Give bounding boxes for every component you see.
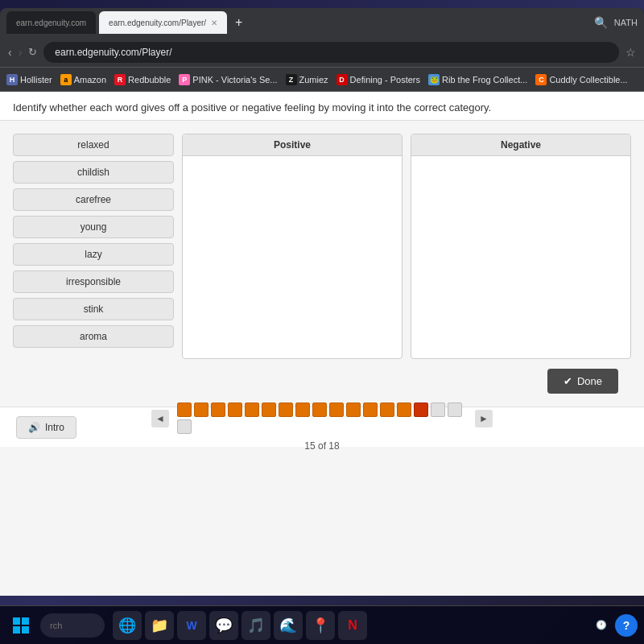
hollister-icon: H	[6, 74, 18, 85]
negative-drop-area[interactable]	[411, 156, 630, 358]
taskbar-apps: 🌐 📁 W 💬 🎵 🌊 📍 N	[113, 611, 367, 640]
url-input[interactable]	[43, 42, 619, 63]
tab-close-icon[interactable]: ✕	[211, 19, 217, 27]
progress-dot-18[interactable]	[177, 419, 192, 434]
taskbar-tray: 🕐	[596, 620, 607, 630]
done-button[interactable]: ✔ Done	[547, 369, 618, 394]
bookmark-zumiez-label: Zumiez	[299, 75, 328, 85]
browser-window: earn.edgenuity.com earn.edgenuity.com/Pl…	[0, 8, 644, 596]
word-relaxed[interactable]: relaxed	[13, 134, 174, 156]
clock-icon: 🕐	[596, 620, 607, 630]
word-aroma[interactable]: aroma	[13, 325, 174, 348]
progress-dot-4[interactable]	[228, 402, 242, 417]
bookmark-redbubble[interactable]: R Redbubble	[114, 74, 171, 85]
word-carefree[interactable]: carefree	[13, 188, 174, 211]
progress-dot-6[interactable]	[262, 402, 276, 417]
bookmark-rib[interactable]: 🐸 Rib the Frog Collect...	[428, 74, 527, 85]
taskbar-chrome[interactable]: 🌐	[113, 611, 142, 640]
progress-dot-11[interactable]	[346, 402, 361, 417]
progress-dot-15[interactable]	[414, 402, 428, 417]
url-bar: ‹ › ↻ ☆	[0, 37, 644, 68]
taskbar-netflix[interactable]: N	[338, 611, 367, 640]
refresh-button[interactable]: ↻	[28, 46, 37, 58]
positive-drop-area[interactable]	[183, 156, 402, 358]
new-tab-button[interactable]: +	[230, 14, 247, 31]
nav-controls: ◄ ►	[151, 402, 493, 434]
word-lazy[interactable]: lazy	[13, 243, 174, 266]
back-button[interactable]: ‹	[8, 46, 12, 59]
progress-dot-3[interactable]	[211, 402, 225, 417]
title-bar: earn.edgenuity.com earn.edgenuity.com/Pl…	[0, 8, 644, 37]
bottom-nav: 🔊 Intro ◄ ► 15 of 18	[0, 407, 644, 447]
cuddly-icon: C	[535, 74, 547, 85]
defining-icon: D	[336, 74, 348, 85]
progress-dots	[177, 402, 467, 434]
progress-dot-8[interactable]	[295, 402, 310, 417]
nav-center: ◄ ► 15 of 18	[151, 402, 493, 452]
word-irresponsible[interactable]: irresponsible	[13, 270, 174, 293]
tab-inactive[interactable]: earn.edgenuity.com	[6, 11, 96, 34]
bookmarks-bar: H Hollister a Amazon R Redbubble P PINK …	[0, 68, 644, 92]
drag-drop-area: relaxed childish carefree young lazy	[13, 134, 631, 359]
progress-dot-7[interactable]	[279, 402, 293, 417]
progress-dot-13[interactable]	[380, 402, 394, 417]
taskbar-maps[interactable]: 📍	[306, 611, 335, 640]
progress-dot-2[interactable]	[194, 402, 208, 417]
progress-dot-14[interactable]	[397, 402, 411, 417]
taskbar-discord[interactable]: 💬	[209, 611, 238, 640]
word-childish[interactable]: childish	[13, 161, 174, 184]
bookmark-amazon[interactable]: a Amazon	[60, 74, 106, 85]
bookmark-rib-label: Rib the Frog Collect...	[442, 75, 527, 85]
start-button[interactable]	[6, 611, 35, 640]
search-icon[interactable]: 🔍	[594, 16, 608, 29]
bookmark-zumiez[interactable]: Z Zumiez	[286, 74, 328, 85]
progress-dot-17[interactable]	[448, 402, 462, 417]
top-instruction: Identify whether each word gives off a p…	[0, 92, 644, 121]
tab-area: earn.edgenuity.com earn.edgenuity.com/Pl…	[6, 11, 588, 34]
progress-dot-9[interactable]	[312, 402, 327, 417]
nath-label: NATH	[614, 18, 638, 27]
bookmark-pink[interactable]: P PINK - Victoria's Se...	[179, 74, 277, 85]
help-icon: ?	[623, 619, 630, 632]
positive-drop-zone[interactable]: Positive	[182, 134, 402, 359]
progress-dot-12[interactable]	[363, 402, 378, 417]
taskbar-search-input[interactable]	[40, 613, 105, 638]
progress-dot-16[interactable]	[431, 402, 445, 417]
forward-button[interactable]: ›	[19, 46, 23, 59]
bookmark-cuddly[interactable]: C Cuddly Collectible...	[535, 74, 627, 85]
prev-arrow-icon: ◄	[155, 413, 165, 424]
help-button[interactable]: ?	[615, 614, 638, 637]
drop-columns: Positive Negative	[182, 134, 631, 359]
bookmark-hollister[interactable]: H Hollister	[6, 74, 52, 85]
svg-rect-2	[13, 626, 20, 634]
speaker-icon: 🔊	[28, 422, 40, 433]
bookmark-cuddly-label: Cuddly Collectible...	[549, 75, 627, 85]
taskbar: 🌐 📁 W 💬 🎵 🌊 📍 N	[0, 605, 644, 644]
prev-arrow-button[interactable]: ◄	[151, 410, 169, 427]
instruction-text: Identify whether each word gives off a p…	[13, 101, 491, 114]
desktop: earn.edgenuity.com earn.edgenuity.com/Pl…	[0, 0, 644, 644]
page-content: Identify whether each word gives off a p…	[0, 92, 644, 596]
activity-container: relaxed childish carefree young lazy	[0, 121, 644, 407]
progress-dot-10[interactable]	[329, 402, 344, 417]
next-arrow-button[interactable]: ►	[475, 410, 493, 427]
word-young[interactable]: young	[13, 216, 174, 238]
bookmark-star-icon[interactable]: ☆	[625, 46, 636, 59]
negative-header: Negative	[411, 134, 630, 156]
progress-dot-5[interactable]	[245, 402, 259, 417]
bookmark-hollister-label: Hollister	[20, 75, 52, 85]
taskbar-files[interactable]: 📁	[145, 611, 174, 640]
intro-label: Intro	[45, 422, 64, 433]
progress-dot-1[interactable]	[177, 402, 192, 417]
taskbar-word[interactable]: W	[177, 611, 206, 640]
intro-button[interactable]: 🔊 Intro	[16, 416, 76, 439]
tab-active[interactable]: earn.edgenuity.com/Player/ ✕	[99, 11, 227, 34]
negative-drop-zone[interactable]: Negative	[411, 134, 631, 359]
redbubble-icon: R	[114, 74, 126, 85]
zumiez-icon: Z	[286, 74, 297, 85]
word-stink[interactable]: stink	[13, 298, 174, 320]
taskbar-edge[interactable]: 🌊	[274, 611, 303, 640]
bookmark-defining[interactable]: D Defining - Posters	[336, 74, 420, 85]
taskbar-spotify[interactable]: 🎵	[242, 611, 270, 640]
bookmark-pink-label: PINK - Victoria's Se...	[192, 75, 277, 85]
